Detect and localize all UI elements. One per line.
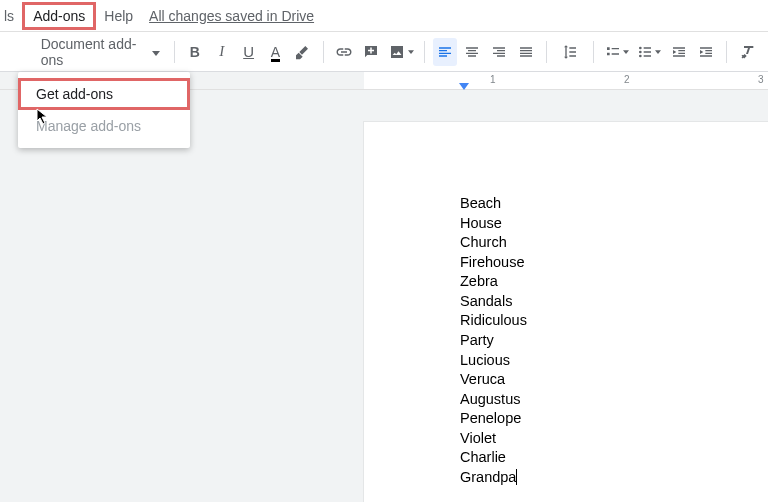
document-page[interactable]: Beach House Church Firehouse Zebra Sanda…	[364, 122, 768, 502]
paragraph-style-dropdown[interactable]: Document add-ons	[37, 36, 166, 68]
ruler-number: 1	[490, 74, 496, 85]
separator	[593, 41, 594, 63]
bulleted-list-button[interactable]	[634, 38, 664, 66]
text-line[interactable]: Party	[460, 331, 768, 351]
text-line[interactable]: Sandals	[460, 292, 768, 312]
paragraph-style-label: Document add-ons	[37, 36, 154, 68]
text-line[interactable]: House	[460, 214, 768, 234]
caret-down-icon	[152, 44, 160, 59]
separator	[174, 41, 175, 63]
document-area: Beach House Church Firehouse Zebra Sanda…	[0, 90, 768, 502]
insert-image-button[interactable]	[385, 38, 415, 66]
text-cursor	[516, 469, 517, 485]
text-line[interactable]: Grandpa	[460, 468, 768, 488]
clear-formatting-button[interactable]	[735, 38, 760, 66]
increase-indent-button[interactable]	[693, 38, 718, 66]
addons-dropdown: Get add-ons Manage add-ons	[18, 72, 190, 148]
separator	[726, 41, 727, 63]
italic-button[interactable]: I	[209, 38, 234, 66]
align-right-button[interactable]	[486, 38, 511, 66]
text-line[interactable]: Augustus	[460, 390, 768, 410]
caret-down-icon	[655, 50, 661, 54]
align-justify-button[interactable]	[513, 38, 538, 66]
menubar: ls Add-ons Help All changes saved in Dri…	[0, 0, 768, 32]
svg-point-0	[639, 46, 642, 49]
align-center-button[interactable]	[459, 38, 484, 66]
menu-addons[interactable]: Add-ons	[22, 2, 96, 30]
text-line[interactable]: Ridiculous	[460, 311, 768, 331]
text-line[interactable]: Charlie	[460, 448, 768, 468]
highlight-button[interactable]	[290, 38, 315, 66]
line-spacing-button[interactable]	[555, 38, 585, 66]
text-line[interactable]: Penelope	[460, 409, 768, 429]
separator	[546, 41, 547, 63]
menu-manage-addons[interactable]: Manage add-ons	[18, 110, 190, 142]
menu-help[interactable]: Help	[96, 2, 141, 30]
text-line[interactable]: Violet	[460, 429, 768, 449]
caret-down-icon	[408, 50, 414, 54]
text-color-button[interactable]: A	[263, 38, 288, 66]
insert-comment-button[interactable]	[359, 38, 384, 66]
menu-get-addons[interactable]: Get add-ons	[18, 78, 190, 110]
underline-button[interactable]: U	[236, 38, 261, 66]
align-left-button[interactable]	[433, 38, 458, 66]
text-line[interactable]: Lucious	[460, 351, 768, 371]
separator	[323, 41, 324, 63]
menu-tools-truncated[interactable]: ls	[0, 2, 22, 30]
bold-button[interactable]: B	[182, 38, 207, 66]
text-line[interactable]: Church	[460, 233, 768, 253]
svg-point-1	[639, 50, 642, 53]
text-line[interactable]: Beach	[460, 194, 768, 214]
separator	[424, 41, 425, 63]
text-line[interactable]: Veruca	[460, 370, 768, 390]
checklist-button[interactable]	[602, 38, 632, 66]
toolbar: Document add-ons B I U A	[0, 32, 768, 72]
text-line[interactable]: Zebra	[460, 272, 768, 292]
decrease-indent-button[interactable]	[666, 38, 691, 66]
ruler-number: 2	[624, 74, 630, 85]
svg-point-2	[639, 54, 642, 57]
document-content[interactable]: Beach House Church Firehouse Zebra Sanda…	[460, 194, 768, 487]
text-line[interactable]: Firehouse	[460, 253, 768, 273]
caret-down-icon	[623, 50, 629, 54]
ruler-number: 3	[758, 74, 764, 85]
save-status[interactable]: All changes saved in Drive	[149, 8, 314, 24]
insert-link-button[interactable]	[332, 38, 357, 66]
